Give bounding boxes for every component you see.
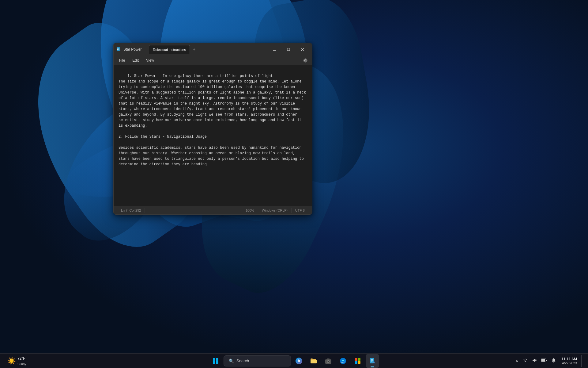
store-button[interactable] — [351, 354, 364, 368]
svg-point-11 — [328, 361, 329, 362]
tab-bar: Relecloud instructions ＋ — [149, 45, 198, 54]
window-controls — [267, 44, 310, 54]
status-right: 100% Windows (CRLF) UTF-8 — [242, 208, 308, 213]
maximize-button[interactable] — [281, 44, 296, 54]
weather-info: 72°F Sunny — [17, 355, 26, 366]
svg-rect-18 — [371, 359, 373, 360]
svg-rect-20 — [371, 361, 372, 362]
taskbar: ☀️ 72°F Sunny 🔍 Search b — [0, 353, 588, 368]
windows-logo — [213, 358, 218, 364]
new-tab-button[interactable]: ＋ — [190, 46, 198, 53]
minimize-button[interactable] — [267, 44, 281, 54]
search-label: Search — [236, 358, 249, 363]
status-sep-1 — [145, 208, 145, 213]
tab-label: Relecloud instructions — [153, 48, 186, 52]
file-explorer-button[interactable] — [307, 354, 320, 368]
title-bar-left: Star Power Relecloud instructions ＋ — [116, 45, 267, 54]
active-tab[interactable]: Relecloud instructions — [149, 45, 190, 54]
cursor-position: Ln 7, Col 292 — [117, 209, 145, 212]
win-quad-bl — [213, 361, 215, 364]
start-button[interactable] — [209, 354, 222, 368]
text-editor[interactable]: 1. Star Power - In one galaxy there are … — [114, 65, 312, 206]
svg-rect-1 — [117, 48, 119, 48]
notepad-window-icon — [116, 47, 121, 52]
camera-button[interactable] — [322, 354, 335, 368]
content-line1: 1. Star Power - In one galaxy there are … — [127, 74, 273, 78]
svg-rect-14 — [358, 358, 360, 361]
window-title: Star Power — [123, 47, 141, 52]
svg-rect-15 — [355, 361, 357, 364]
store-icon — [354, 357, 361, 365]
line-ending[interactable]: Windows (CRLF) — [258, 209, 291, 212]
bing-button[interactable]: b — [292, 354, 306, 368]
weather-temp: 72°F — [17, 356, 25, 361]
svg-rect-16 — [358, 361, 360, 364]
search-bar[interactable]: 🔍 Search — [224, 355, 291, 366]
clock-time: 11:11 AM — [561, 357, 577, 361]
close-button[interactable] — [296, 44, 310, 54]
taskbar-right: ∧ — [514, 355, 583, 367]
win-quad-tr — [216, 358, 218, 361]
svg-rect-24 — [546, 360, 547, 361]
taskbar-center: 🔍 Search b — [209, 354, 379, 368]
svg-rect-2 — [117, 49, 119, 49]
search-icon: 🔍 — [229, 358, 234, 363]
notepad-window: Star Power Relecloud instructions ＋ — [113, 43, 312, 215]
clock-date: 4/27/2023 — [561, 361, 577, 365]
zoom-level[interactable]: 100% — [242, 209, 258, 212]
win-quad-tl — [213, 358, 215, 361]
svg-rect-19 — [371, 360, 373, 361]
volume-icon[interactable] — [531, 357, 538, 364]
edge-icon — [339, 357, 347, 365]
wifi-icon[interactable] — [522, 357, 529, 364]
win-quad-br — [216, 361, 218, 364]
menu-view[interactable]: View — [143, 57, 157, 64]
folder-icon — [310, 357, 317, 365]
svg-rect-6 — [287, 48, 290, 51]
content-body: The size and scope of a single galaxy is… — [119, 79, 308, 167]
weather-condition: Sunny — [17, 362, 26, 366]
weather-widget[interactable]: ☀️ 72°F Sunny — [5, 354, 28, 368]
notification-icon[interactable] — [550, 357, 557, 364]
svg-rect-3 — [117, 49, 119, 50]
weather-icon: ☀️ — [7, 357, 16, 365]
menu-bar-right — [301, 56, 310, 65]
battery-icon[interactable] — [540, 358, 548, 364]
menu-bar: File Edit View — [114, 56, 312, 65]
title-bar: Star Power Relecloud instructions ＋ — [114, 43, 312, 56]
show-desktop-button[interactable] — [581, 355, 583, 367]
camera-icon — [325, 357, 332, 365]
svg-rect-13 — [355, 358, 357, 361]
edge-button[interactable] — [336, 354, 350, 368]
notepad-taskbar-icon — [369, 357, 376, 365]
menu-edit[interactable]: Edit — [129, 57, 142, 64]
settings-icon[interactable] — [301, 56, 310, 65]
svg-rect-23 — [541, 359, 545, 362]
system-clock[interactable]: 11:11 AM 4/27/2023 — [559, 357, 579, 365]
bing-icon: b — [296, 358, 302, 364]
status-bar: Ln 7, Col 292 100% Windows (CRLF) UTF-8 — [114, 206, 312, 214]
notepad-taskbar-button[interactable] — [366, 354, 379, 368]
encoding[interactable]: UTF-8 — [292, 209, 308, 212]
menu-file[interactable]: File — [116, 57, 128, 64]
show-hidden-icons[interactable]: ∧ — [514, 358, 520, 364]
svg-rect-12 — [327, 358, 330, 360]
